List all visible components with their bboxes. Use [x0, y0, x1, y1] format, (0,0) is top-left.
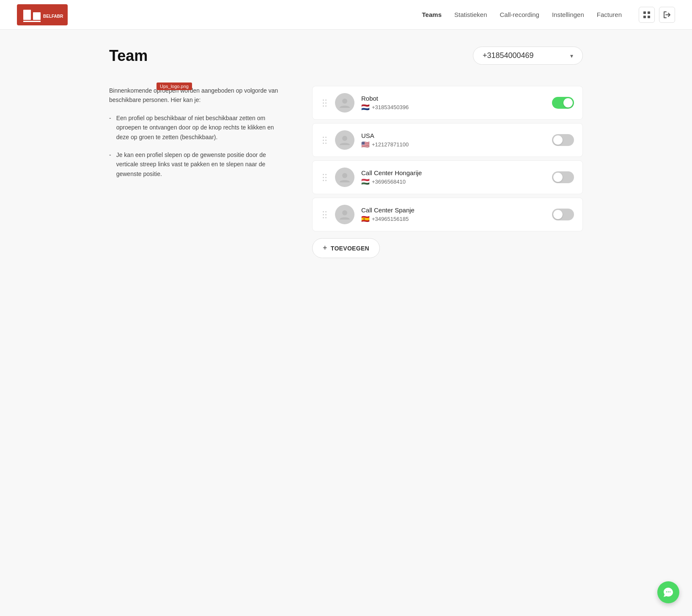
bullet-dash-1: - [109, 113, 111, 142]
add-button-label: TOEVOEGEN [331, 245, 369, 252]
svg-rect-4 [643, 11, 646, 14]
toggle-2[interactable] [552, 134, 574, 146]
svg-rect-5 [648, 11, 650, 14]
logo-container: BELFABRIEK [17, 4, 68, 25]
drag-handle-2[interactable] [321, 135, 328, 146]
exit-icon-button[interactable] [659, 7, 675, 23]
bullet-item-1: - Een profiel op beschikbaar of niet bes… [109, 113, 287, 142]
ups-tooltip: Ups_logo.png [157, 82, 192, 90]
grid-icon [643, 11, 651, 19]
chevron-down-icon: ▾ [570, 52, 573, 59]
avatar-icon-2 [338, 133, 351, 147]
toggle-4[interactable] [552, 209, 574, 220]
member-name-1: Robot [361, 95, 545, 102]
left-column: Binnenkomende oproepen worden aangeboden… [109, 86, 287, 187]
flag-icon-1: 🇳🇱 [361, 103, 370, 111]
member-card-4: Call Center Spanje 🇪🇸 +34965156185 [312, 198, 583, 231]
flag-icon-2: 🇺🇸 [361, 140, 370, 148]
member-info-4: Call Center Spanje 🇪🇸 +34965156185 [361, 206, 545, 223]
svg-point-8 [342, 99, 347, 104]
member-phone-3: 🇭🇺 +3696568410 [361, 178, 545, 186]
toggle-1[interactable] [552, 97, 574, 109]
nav-icons [639, 7, 675, 23]
member-phone-4: 🇪🇸 +34965156185 [361, 215, 545, 223]
avatar-icon-1 [338, 96, 351, 110]
exit-icon [663, 11, 671, 19]
drag-handle-4[interactable] [321, 209, 328, 220]
bullet-item-2: - Je kan een profiel slepen op de gewens… [109, 150, 287, 179]
nav-item-call-recording[interactable]: Call-recording [500, 11, 539, 18]
main-content: Team +31854000469 ▾ Binnenkomende oproep… [92, 30, 600, 275]
toggle-3[interactable] [552, 171, 574, 183]
phone-number-1: +31853450396 [372, 104, 409, 110]
member-card-2: USA 🇺🇸 +12127871100 [312, 123, 583, 157]
toggle-thumb-4 [553, 210, 563, 219]
phone-number-2: +12127871100 [372, 141, 409, 148]
svg-rect-1 [33, 12, 41, 20]
bullet-dash-2: - [109, 150, 111, 179]
avatar-1 [335, 93, 354, 113]
member-card-1: Robot 🇳🇱 +31853450396 [312, 86, 583, 120]
header: BELFABRIEK Teams Statistieken Call-recor… [0, 0, 692, 30]
avatar-icon-3 [338, 170, 351, 184]
avatar-icon-4 [338, 208, 351, 221]
page-header: Team +31854000469 ▾ [109, 47, 583, 65]
flag-icon-3: 🇭🇺 [361, 178, 370, 186]
svg-text:BELFABRIEK: BELFABRIEK [43, 14, 63, 19]
plus-icon: + [323, 244, 327, 253]
member-phone-1: 🇳🇱 +31853450396 [361, 103, 545, 111]
svg-rect-6 [643, 16, 646, 18]
nav-item-facturen[interactable]: Facturen [597, 11, 622, 18]
member-phone-2: 🇺🇸 +12127871100 [361, 140, 545, 148]
toggle-thumb-2 [553, 135, 563, 145]
intro-paragraph: Binnenkomende oproepen worden aangeboden… [109, 86, 287, 105]
two-col-layout: Binnenkomende oproepen worden aangeboden… [109, 86, 583, 258]
phone-number-4: +34965156185 [372, 216, 409, 222]
svg-point-11 [342, 210, 347, 215]
nav-item-statistieken[interactable]: Statistieken [454, 11, 487, 18]
members-list: Robot 🇳🇱 +31853450396 [312, 86, 583, 231]
logo-svg: BELFABRIEK [21, 6, 63, 23]
nav-item-instellingen[interactable]: Instellingen [552, 11, 584, 18]
member-name-3: Call Center Hongarije [361, 169, 545, 176]
add-member-button[interactable]: + TOEVOEGEN [312, 238, 380, 258]
svg-point-10 [342, 173, 347, 178]
member-name-2: USA [361, 132, 545, 139]
nav-item-teams[interactable]: Teams [422, 11, 442, 18]
toggle-thumb-1 [563, 98, 573, 107]
logo-box: BELFABRIEK [17, 4, 68, 25]
grid-icon-button[interactable] [639, 7, 655, 23]
svg-point-9 [342, 136, 347, 141]
svg-rect-2 [23, 21, 41, 22]
phone-selector[interactable]: +31854000469 ▾ [473, 47, 583, 65]
bullet-text-1: Een profiel op beschikbaar of niet besch… [116, 113, 287, 142]
phone-number-3: +3696568410 [372, 179, 406, 185]
phone-number: +31854000469 [483, 51, 534, 60]
bullet-list: - Een profiel op beschikbaar of niet bes… [109, 113, 287, 179]
avatar-2 [335, 130, 354, 150]
member-info-1: Robot 🇳🇱 +31853450396 [361, 95, 545, 111]
svg-rect-7 [648, 16, 650, 18]
drag-handle-3[interactable] [321, 172, 328, 183]
drag-handle-1[interactable] [321, 98, 328, 108]
avatar-4 [335, 205, 354, 224]
svg-rect-0 [23, 10, 31, 20]
member-info-3: Call Center Hongarije 🇭🇺 +3696568410 [361, 169, 545, 186]
bullet-text-2: Je kan een profiel slepen op de gewenste… [116, 150, 287, 179]
page-title: Team [109, 47, 148, 65]
member-info-2: USA 🇺🇸 +12127871100 [361, 132, 545, 148]
member-card-3: Call Center Hongarije 🇭🇺 +3696568410 [312, 160, 583, 194]
toggle-thumb-3 [553, 173, 563, 182]
nav: Teams Statistieken Call-recording Instel… [422, 7, 675, 23]
member-name-4: Call Center Spanje [361, 206, 545, 214]
flag-icon-4: 🇪🇸 [361, 215, 370, 223]
right-column: Robot 🇳🇱 +31853450396 [312, 86, 583, 258]
avatar-3 [335, 168, 354, 187]
